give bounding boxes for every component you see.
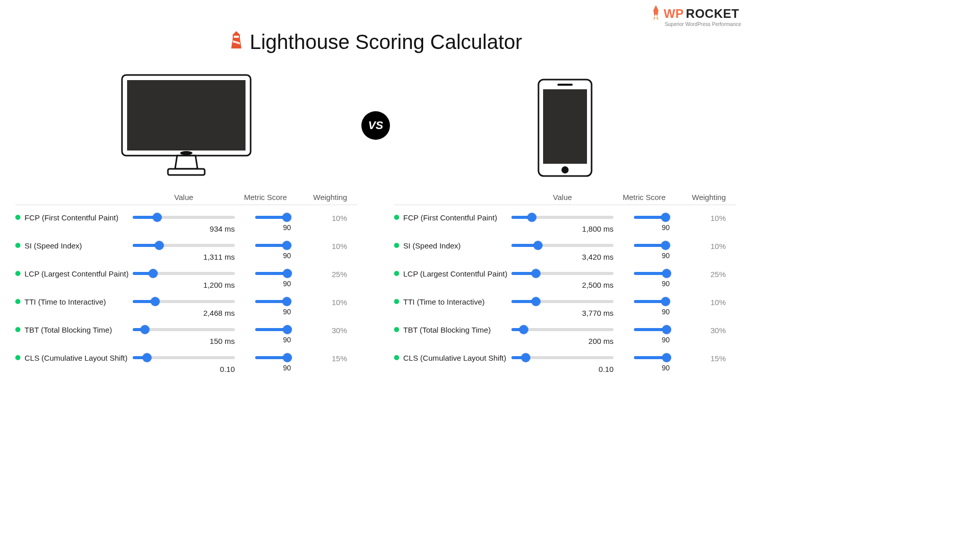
score-slider[interactable] [634, 354, 670, 362]
header-weight: Weighting [675, 193, 726, 202]
metric-weight: 10% [675, 213, 726, 222]
value-slider[interactable] [511, 241, 614, 249]
metric-score: 90 [255, 223, 291, 232]
brand-wp: WP [664, 7, 684, 21]
metric-weight: 10% [675, 241, 726, 251]
mobile-column: Value Metric Score Weighting FCP (First … [394, 70, 736, 379]
metric-score: 90 [634, 223, 670, 232]
svg-rect-7 [168, 169, 205, 175]
metric-label: FCP (First Contentful Paint) [403, 213, 497, 222]
metric-label: LCP (Largest Contentful Paint) [24, 269, 129, 278]
value-slider[interactable] [133, 269, 235, 278]
svg-rect-5 [127, 80, 246, 151]
metric-score: 90 [634, 252, 670, 260]
score-slider[interactable] [634, 241, 670, 249]
score-slider[interactable] [634, 213, 670, 221]
lighthouse-icon [229, 30, 243, 53]
status-dot-icon [394, 299, 399, 304]
score-slider[interactable] [255, 325, 291, 334]
metric-label: CLS (Cumulative Layout Shift) [403, 354, 506, 362]
header-score: Metric Score [235, 193, 296, 202]
svg-point-11 [561, 166, 569, 173]
value-slider[interactable] [511, 354, 614, 362]
header-value: Value [133, 193, 235, 202]
status-dot-icon [15, 327, 20, 332]
metric-weight: 10% [296, 297, 347, 307]
score-slider[interactable] [255, 297, 291, 306]
metric-name: CLS (Cumulative Layout Shift) [394, 354, 511, 362]
metric-name: FCP (First Contentful Paint) [394, 213, 511, 222]
mobile-metrics: FCP (First Contentful Paint)1,800 ms9010… [394, 210, 736, 379]
metric-name: TTI (Time to Interactive) [394, 297, 511, 306]
status-dot-icon [394, 271, 399, 276]
metric-label: TBT (Total Blocking Time) [403, 325, 491, 334]
svg-rect-10 [557, 84, 573, 86]
score-slider[interactable] [255, 213, 291, 221]
value-slider[interactable] [511, 269, 614, 278]
metric-label: CLS (Cumulative Layout Shift) [24, 354, 128, 362]
value-slider[interactable] [511, 325, 614, 334]
value-slider[interactable] [511, 297, 614, 306]
metric-weight: 10% [296, 241, 347, 251]
value-slider[interactable] [133, 354, 235, 362]
metric-name: SI (Speed Index) [394, 241, 511, 250]
header-score: Metric Score [614, 193, 675, 202]
metric-score: 90 [634, 308, 670, 316]
status-dot-icon [15, 243, 20, 248]
page-title: Lighthouse Scoring Calculator [0, 31, 751, 55]
status-dot-icon [15, 271, 20, 276]
metric-score: 90 [634, 364, 670, 372]
score-slider[interactable] [634, 269, 670, 278]
metric-row: FCP (First Contentful Paint)934 ms9010% [15, 210, 357, 238]
metric-value: 1,200 ms [133, 281, 235, 289]
metric-label: TBT (Total Blocking Time) [24, 325, 112, 334]
status-dot-icon [15, 299, 20, 304]
metric-value: 0.10 [511, 365, 614, 373]
metric-row: TBT (Total Blocking Time)150 ms9030% [15, 322, 357, 350]
header-value: Value [511, 193, 614, 202]
desktop-device-icon [15, 70, 357, 178]
score-slider[interactable] [255, 269, 291, 278]
value-slider[interactable] [133, 325, 235, 334]
metric-row: LCP (Largest Contentful Paint)1,200 ms90… [15, 266, 357, 294]
score-slider[interactable] [255, 241, 291, 249]
mobile-device-icon [394, 70, 736, 178]
metric-score: 90 [255, 308, 291, 316]
metric-weight: 10% [296, 213, 347, 222]
metric-weight: 15% [675, 354, 726, 363]
metric-weight: 25% [675, 269, 726, 279]
header-weight: Weighting [296, 193, 347, 202]
metric-value: 3,420 ms [511, 253, 614, 261]
metric-weight: 30% [296, 325, 347, 335]
score-slider[interactable] [634, 325, 670, 334]
brand-logo: WPROCKET Superior WordPress Performance [650, 5, 741, 27]
metric-weight: 25% [296, 269, 347, 279]
metric-row: CLS (Cumulative Layout Shift)0.109015% [15, 350, 357, 379]
metric-label: SI (Speed Index) [403, 241, 461, 250]
value-slider[interactable] [511, 213, 614, 221]
value-slider[interactable] [133, 213, 235, 221]
metric-label: LCP (Largest Contentful Paint) [403, 269, 507, 278]
score-slider[interactable] [634, 297, 670, 306]
metric-weight: 10% [675, 297, 726, 307]
metric-score: 90 [255, 364, 291, 372]
metric-value: 1,800 ms [511, 224, 614, 233]
metric-value: 934 ms [133, 224, 235, 233]
metric-row: TBT (Total Blocking Time)200 ms9030% [394, 322, 736, 350]
metric-label: TTI (Time to Interactive) [24, 297, 106, 306]
status-dot-icon [394, 355, 399, 360]
value-slider[interactable] [133, 241, 235, 249]
status-dot-icon [15, 355, 20, 360]
metric-score: 90 [634, 336, 670, 344]
value-slider[interactable] [133, 297, 235, 306]
score-slider[interactable] [255, 354, 291, 362]
table-headers: Value Metric Score Weighting [394, 193, 736, 205]
page-title-text: Lighthouse Scoring Calculator [250, 31, 522, 53]
metric-value: 3,770 ms [511, 309, 614, 317]
metric-name: TBT (Total Blocking Time) [394, 325, 511, 334]
status-dot-icon [394, 243, 399, 248]
metric-name: CLS (Cumulative Layout Shift) [15, 354, 133, 362]
metric-row: SI (Speed Index)1,311 ms9010% [15, 238, 357, 266]
metric-value: 2,468 ms [133, 309, 235, 317]
status-dot-icon [394, 327, 399, 332]
